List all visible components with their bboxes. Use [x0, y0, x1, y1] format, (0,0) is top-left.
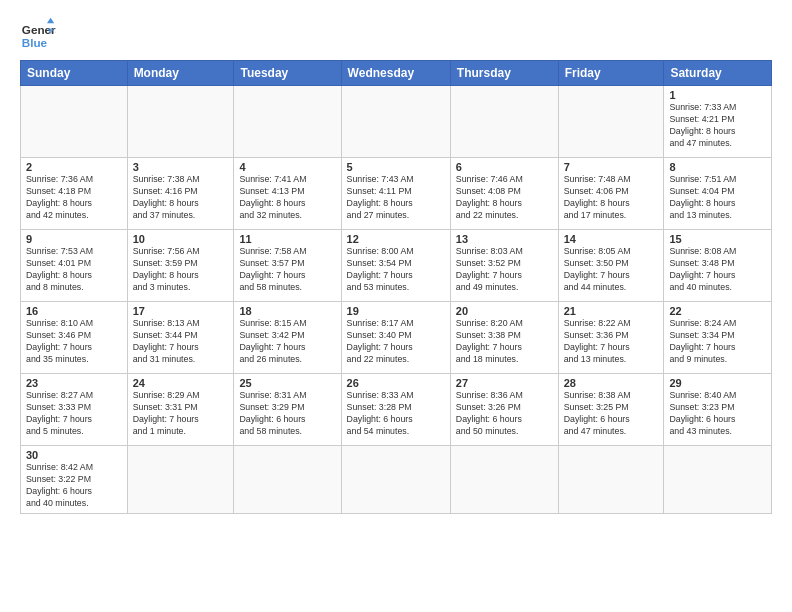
day-info: Sunrise: 8:22 AMSunset: 3:36 PMDaylight:… — [564, 318, 659, 366]
day-info: Sunrise: 8:05 AMSunset: 3:50 PMDaylight:… — [564, 246, 659, 294]
calendar-cell: 20Sunrise: 8:20 AMSunset: 3:38 PMDayligh… — [450, 302, 558, 374]
day-number: 19 — [347, 305, 445, 317]
svg-text:Blue: Blue — [22, 36, 48, 49]
day-number: 23 — [26, 377, 122, 389]
day-info: Sunrise: 8:36 AMSunset: 3:26 PMDaylight:… — [456, 390, 553, 438]
day-number: 6 — [456, 161, 553, 173]
svg-marker-2 — [47, 18, 54, 23]
calendar-cell: 9Sunrise: 7:53 AMSunset: 4:01 PMDaylight… — [21, 230, 128, 302]
calendar-cell: 22Sunrise: 8:24 AMSunset: 3:34 PMDayligh… — [664, 302, 772, 374]
day-info: Sunrise: 7:36 AMSunset: 4:18 PMDaylight:… — [26, 174, 122, 222]
calendar-week-row-2: 2Sunrise: 7:36 AMSunset: 4:18 PMDaylight… — [21, 158, 772, 230]
day-info: Sunrise: 7:41 AMSunset: 4:13 PMDaylight:… — [239, 174, 335, 222]
day-number: 17 — [133, 305, 229, 317]
calendar-cell: 27Sunrise: 8:36 AMSunset: 3:26 PMDayligh… — [450, 374, 558, 446]
day-number: 20 — [456, 305, 553, 317]
calendar-cell: 6Sunrise: 7:46 AMSunset: 4:08 PMDaylight… — [450, 158, 558, 230]
day-info: Sunrise: 7:43 AMSunset: 4:11 PMDaylight:… — [347, 174, 445, 222]
calendar-cell — [450, 86, 558, 158]
day-number: 27 — [456, 377, 553, 389]
calendar-table: SundayMondayTuesdayWednesdayThursdayFrid… — [20, 60, 772, 514]
weekday-header-sunday: Sunday — [21, 61, 128, 86]
calendar-cell: 10Sunrise: 7:56 AMSunset: 3:59 PMDayligh… — [127, 230, 234, 302]
calendar-cell: 7Sunrise: 7:48 AMSunset: 4:06 PMDaylight… — [558, 158, 664, 230]
day-info: Sunrise: 8:17 AMSunset: 3:40 PMDaylight:… — [347, 318, 445, 366]
day-info: Sunrise: 8:20 AMSunset: 3:38 PMDaylight:… — [456, 318, 553, 366]
day-number: 11 — [239, 233, 335, 245]
calendar-cell — [558, 446, 664, 514]
day-info: Sunrise: 8:10 AMSunset: 3:46 PMDaylight:… — [26, 318, 122, 366]
calendar-cell — [234, 446, 341, 514]
calendar-cell: 21Sunrise: 8:22 AMSunset: 3:36 PMDayligh… — [558, 302, 664, 374]
calendar-cell — [21, 86, 128, 158]
day-number: 8 — [669, 161, 766, 173]
day-info: Sunrise: 7:38 AMSunset: 4:16 PMDaylight:… — [133, 174, 229, 222]
calendar-cell: 29Sunrise: 8:40 AMSunset: 3:23 PMDayligh… — [664, 374, 772, 446]
calendar-cell: 25Sunrise: 8:31 AMSunset: 3:29 PMDayligh… — [234, 374, 341, 446]
day-info: Sunrise: 8:33 AMSunset: 3:28 PMDaylight:… — [347, 390, 445, 438]
calendar-week-row-3: 9Sunrise: 7:53 AMSunset: 4:01 PMDaylight… — [21, 230, 772, 302]
calendar-week-row-1: 1Sunrise: 7:33 AMSunset: 4:21 PMDaylight… — [21, 86, 772, 158]
day-info: Sunrise: 7:46 AMSunset: 4:08 PMDaylight:… — [456, 174, 553, 222]
day-number: 12 — [347, 233, 445, 245]
calendar-cell: 8Sunrise: 7:51 AMSunset: 4:04 PMDaylight… — [664, 158, 772, 230]
weekday-header-thursday: Thursday — [450, 61, 558, 86]
day-number: 2 — [26, 161, 122, 173]
day-number: 9 — [26, 233, 122, 245]
calendar-cell: 28Sunrise: 8:38 AMSunset: 3:25 PMDayligh… — [558, 374, 664, 446]
weekday-header-tuesday: Tuesday — [234, 61, 341, 86]
day-number: 4 — [239, 161, 335, 173]
day-number: 13 — [456, 233, 553, 245]
day-info: Sunrise: 7:53 AMSunset: 4:01 PMDaylight:… — [26, 246, 122, 294]
day-info: Sunrise: 8:29 AMSunset: 3:31 PMDaylight:… — [133, 390, 229, 438]
day-number: 10 — [133, 233, 229, 245]
calendar-cell: 13Sunrise: 8:03 AMSunset: 3:52 PMDayligh… — [450, 230, 558, 302]
day-number: 3 — [133, 161, 229, 173]
day-number: 25 — [239, 377, 335, 389]
day-number: 28 — [564, 377, 659, 389]
calendar-cell: 16Sunrise: 8:10 AMSunset: 3:46 PMDayligh… — [21, 302, 128, 374]
calendar-cell: 3Sunrise: 7:38 AMSunset: 4:16 PMDaylight… — [127, 158, 234, 230]
day-number: 18 — [239, 305, 335, 317]
day-info: Sunrise: 8:24 AMSunset: 3:34 PMDaylight:… — [669, 318, 766, 366]
logo: General Blue — [20, 16, 56, 52]
calendar-cell: 24Sunrise: 8:29 AMSunset: 3:31 PMDayligh… — [127, 374, 234, 446]
day-number: 21 — [564, 305, 659, 317]
calendar-cell: 4Sunrise: 7:41 AMSunset: 4:13 PMDaylight… — [234, 158, 341, 230]
weekday-header-monday: Monday — [127, 61, 234, 86]
calendar-cell: 12Sunrise: 8:00 AMSunset: 3:54 PMDayligh… — [341, 230, 450, 302]
day-number: 30 — [26, 449, 122, 461]
calendar-cell — [127, 86, 234, 158]
day-info: Sunrise: 8:40 AMSunset: 3:23 PMDaylight:… — [669, 390, 766, 438]
day-number: 26 — [347, 377, 445, 389]
day-number: 14 — [564, 233, 659, 245]
calendar-cell: 18Sunrise: 8:15 AMSunset: 3:42 PMDayligh… — [234, 302, 341, 374]
day-number: 5 — [347, 161, 445, 173]
day-info: Sunrise: 7:48 AMSunset: 4:06 PMDaylight:… — [564, 174, 659, 222]
day-info: Sunrise: 8:08 AMSunset: 3:48 PMDaylight:… — [669, 246, 766, 294]
day-info: Sunrise: 7:58 AMSunset: 3:57 PMDaylight:… — [239, 246, 335, 294]
calendar-cell: 5Sunrise: 7:43 AMSunset: 4:11 PMDaylight… — [341, 158, 450, 230]
weekday-header-row: SundayMondayTuesdayWednesdayThursdayFrid… — [21, 61, 772, 86]
page: General Blue SundayMondayTuesdayWednesda… — [0, 0, 792, 524]
calendar-cell — [450, 446, 558, 514]
day-info: Sunrise: 7:51 AMSunset: 4:04 PMDaylight:… — [669, 174, 766, 222]
calendar-cell — [127, 446, 234, 514]
calendar-cell: 1Sunrise: 7:33 AMSunset: 4:21 PMDaylight… — [664, 86, 772, 158]
logo-icon: General Blue — [20, 16, 56, 52]
day-number: 22 — [669, 305, 766, 317]
calendar-cell: 15Sunrise: 8:08 AMSunset: 3:48 PMDayligh… — [664, 230, 772, 302]
calendar-cell — [341, 446, 450, 514]
calendar-cell: 14Sunrise: 8:05 AMSunset: 3:50 PMDayligh… — [558, 230, 664, 302]
calendar-cell: 17Sunrise: 8:13 AMSunset: 3:44 PMDayligh… — [127, 302, 234, 374]
day-info: Sunrise: 8:42 AMSunset: 3:22 PMDaylight:… — [26, 462, 122, 510]
calendar-week-row-5: 23Sunrise: 8:27 AMSunset: 3:33 PMDayligh… — [21, 374, 772, 446]
weekday-header-wednesday: Wednesday — [341, 61, 450, 86]
calendar-cell — [664, 446, 772, 514]
day-info: Sunrise: 8:38 AMSunset: 3:25 PMDaylight:… — [564, 390, 659, 438]
weekday-header-saturday: Saturday — [664, 61, 772, 86]
day-info: Sunrise: 8:03 AMSunset: 3:52 PMDaylight:… — [456, 246, 553, 294]
calendar-cell: 23Sunrise: 8:27 AMSunset: 3:33 PMDayligh… — [21, 374, 128, 446]
day-info: Sunrise: 8:15 AMSunset: 3:42 PMDaylight:… — [239, 318, 335, 366]
weekday-header-friday: Friday — [558, 61, 664, 86]
